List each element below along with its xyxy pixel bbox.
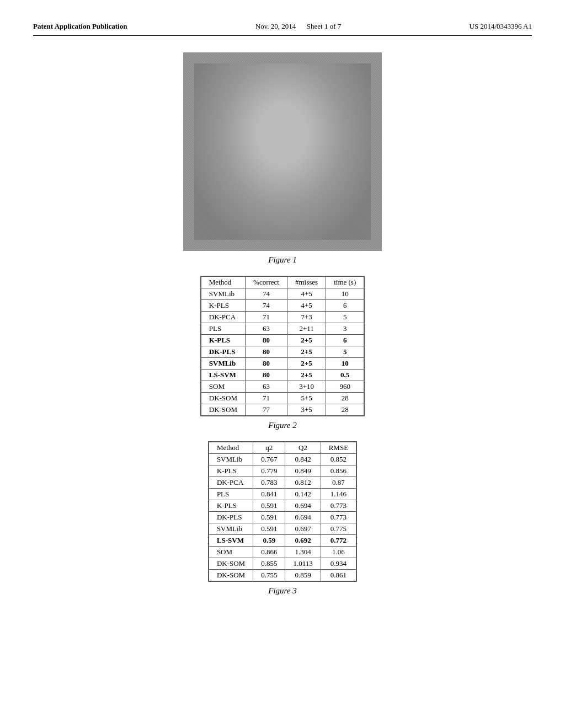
table-cell: 0.779 (253, 465, 285, 477)
figure3-header-row: Method q2 Q2 RMSE (209, 442, 356, 454)
table-cell: 3+5 (287, 404, 326, 416)
header-left: Patent Application Publication (33, 22, 127, 31)
table-cell: SVMLib (201, 288, 245, 300)
figure3-col-method: Method (209, 442, 253, 454)
table-row: LS-SVM0.590.6920.772 (209, 535, 356, 547)
figure2-caption: Figure 2 (268, 421, 297, 430)
table-cell: 6 (326, 335, 364, 346)
table-row: DK-PCA717+35 (201, 312, 364, 323)
table-cell: 71 (246, 312, 287, 323)
table-cell: K-PLS (209, 465, 253, 477)
table-cell: 0.142 (285, 489, 321, 500)
table-cell: 5 (326, 346, 364, 358)
table-cell: 1.146 (321, 489, 356, 500)
figure2-header-row: Method %correct #misses time (s) (201, 277, 364, 288)
figure1-image (183, 52, 382, 251)
figure1-image-container (183, 52, 382, 251)
table-cell: 0.87 (321, 477, 356, 489)
table-cell: 0.5 (326, 370, 364, 381)
table-cell: 0.697 (285, 523, 321, 535)
table-cell: 28 (326, 404, 364, 416)
table-cell: 0.773 (321, 500, 356, 512)
table-cell: 74 (246, 300, 287, 312)
table-cell: 0.773 (321, 512, 356, 523)
figure2-table-container: Method %correct #misses time (s) SVMLib7… (200, 276, 365, 416)
table-cell: 0.849 (285, 465, 321, 477)
table-cell: 1.304 (285, 547, 321, 558)
table-cell: 0.694 (285, 512, 321, 523)
table-cell: 0.856 (321, 465, 356, 477)
table-cell: 0.591 (253, 523, 285, 535)
table-cell: K-PLS (201, 300, 245, 312)
header-date: Nov. 20, 2014 (255, 22, 296, 30)
table-cell: DK-PCA (201, 312, 245, 323)
figure2-col-correct: %correct (246, 277, 287, 288)
table-cell: 0.59 (253, 535, 285, 547)
table-row: SOM0.8661.3041.06 (209, 547, 356, 558)
table-cell: DK-SOM (209, 570, 253, 581)
table-row: DK-SOM715+528 (201, 393, 364, 404)
table-row: PLS0.8410.1421.146 (209, 489, 356, 500)
figure3-col-q2: q2 (253, 442, 285, 454)
table-cell: 0.934 (321, 558, 356, 570)
table-cell: 0.852 (321, 454, 356, 465)
table-cell: 2+11 (287, 323, 326, 335)
table-cell: 7+3 (287, 312, 326, 323)
figure3-col-rmse: RMSE (321, 442, 356, 454)
table-cell: 63 (246, 381, 287, 393)
table-cell: 0.861 (321, 570, 356, 581)
table-cell: DK-PCA (209, 477, 253, 489)
table-cell: 4+5 (287, 300, 326, 312)
table-cell: 0.694 (285, 500, 321, 512)
table-row: DK-PCA0.7830.8120.87 (209, 477, 356, 489)
table-cell: 0.783 (253, 477, 285, 489)
header-patent-number: US 2014/0343396 A1 (470, 22, 532, 31)
header-date-sheet: Nov. 20, 2014 Sheet 1 of 7 (255, 22, 342, 31)
table-cell: 0.812 (285, 477, 321, 489)
table-cell: 0.841 (253, 489, 285, 500)
figure2-col-time: time (s) (326, 277, 364, 288)
table-cell: K-PLS (201, 335, 245, 346)
table-cell: 63 (246, 323, 287, 335)
table-row: DK-SOM0.7550.8590.861 (209, 570, 356, 581)
table-cell: PLS (201, 323, 245, 335)
figure3-caption: Figure 3 (268, 586, 297, 596)
table-row: DK-PLS802+55 (201, 346, 364, 358)
table-cell: 0.755 (253, 570, 285, 581)
table-cell: 28 (326, 393, 364, 404)
table-cell: 0.767 (253, 454, 285, 465)
table-cell: 80 (246, 335, 287, 346)
figure3-table-container: Method q2 Q2 RMSE SVMLib0.7670.8420.852K… (208, 441, 357, 582)
table-cell: 5 (326, 312, 364, 323)
table-cell: PLS (209, 489, 253, 500)
table-cell: DK-PLS (201, 346, 245, 358)
figure2-col-misses: #misses (287, 277, 326, 288)
table-cell: 0.591 (253, 500, 285, 512)
table-row: K-PLS802+56 (201, 335, 364, 346)
figure3-col-Q2: Q2 (285, 442, 321, 454)
table-cell: 0.772 (321, 535, 356, 547)
table-cell: 0.859 (285, 570, 321, 581)
table-cell: SVMLib (209, 454, 253, 465)
table-row: SVMLib802+510 (201, 358, 364, 370)
table-cell: 6 (326, 300, 364, 312)
figure2-col-method: Method (201, 277, 245, 288)
table-cell: 1.06 (321, 547, 356, 558)
table-row: SOM633+10960 (201, 381, 364, 393)
table-cell: LS-SVM (201, 370, 245, 381)
table-row: LS-SVM802+50.5 (201, 370, 364, 381)
table-cell: 0.775 (321, 523, 356, 535)
table-cell: SOM (209, 547, 253, 558)
table-row: DK-PLS0.5910.6940.773 (209, 512, 356, 523)
table-cell: 80 (246, 370, 287, 381)
figure2-table-header: Method %correct #misses time (s) (201, 277, 364, 288)
table-cell: DK-SOM (209, 558, 253, 570)
table-cell: SOM (201, 381, 245, 393)
table-cell: 3 (326, 323, 364, 335)
content-area: Figure 1 Method %correct #misses time (s… (33, 52, 532, 607)
table-cell: 80 (246, 358, 287, 370)
figure2-table: Method %correct #misses time (s) SVMLib7… (201, 276, 364, 416)
table-cell: 0.842 (285, 454, 321, 465)
page-header: Patent Application Publication Nov. 20, … (33, 22, 532, 36)
table-cell: DK-SOM (201, 404, 245, 416)
